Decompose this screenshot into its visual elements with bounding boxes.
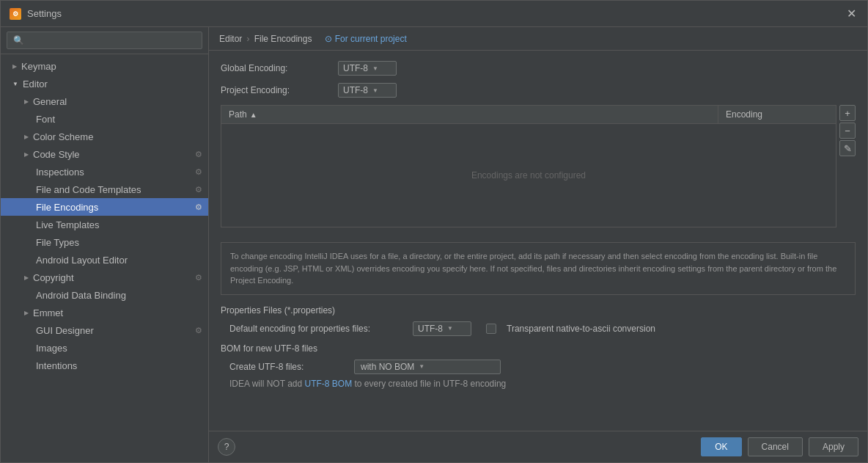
help-button[interactable]: ? xyxy=(218,438,235,456)
apply-button[interactable]: Apply xyxy=(809,437,858,456)
sidebar-item-color-scheme[interactable]: ▶ Color Scheme xyxy=(1,128,208,145)
file-encodings-label: File Encodings xyxy=(36,202,98,213)
editor-arrow-icon: ▼ xyxy=(12,81,18,87)
sidebar-item-editor[interactable]: ▼ Editor xyxy=(1,75,208,92)
inspections-label: Inspections xyxy=(36,167,84,178)
default-encoding-dropdown[interactable]: UTF-8 ▼ xyxy=(413,321,471,336)
default-encoding-value: UTF-8 xyxy=(418,324,443,334)
file-code-templates-label: File and Code Templates xyxy=(36,184,141,195)
sidebar-item-file-types[interactable]: File Types xyxy=(1,233,208,251)
global-encoding-dropdown[interactable]: UTF-8 ▼ xyxy=(338,61,397,76)
color-scheme-arrow-icon: ▶ xyxy=(24,134,29,140)
sidebar: ▶ Keymap ▼ Editor ▶ General xyxy=(1,27,209,462)
code-style-label: Code Style xyxy=(33,149,80,160)
sidebar-item-live-templates[interactable]: Live Templates xyxy=(1,216,208,233)
edit-encoding-button[interactable]: ✎ xyxy=(839,140,856,156)
encoding-header[interactable]: Encoding xyxy=(718,106,836,123)
sidebar-item-general[interactable]: ▶ General xyxy=(1,92,208,110)
sidebar-item-file-encodings[interactable]: File Encodings ⚙ xyxy=(1,198,208,216)
sidebar-item-gui-designer[interactable]: GUI Designer ⚙ xyxy=(1,321,208,339)
action-buttons: OK Cancel Apply xyxy=(701,437,858,456)
file-types-label: File Types xyxy=(36,237,79,248)
bom-section: BOM for new UTF-8 files Create UTF-8 fil… xyxy=(221,343,856,389)
create-utf8-label: Create UTF-8 files: xyxy=(229,362,347,372)
remove-encoding-button[interactable]: − xyxy=(839,123,856,139)
global-encoding-value: UTF-8 xyxy=(343,63,368,73)
utf8-bom-link[interactable]: UTF-8 BOM xyxy=(305,379,353,389)
path-header[interactable]: Path ▲ xyxy=(221,106,718,123)
properties-section: Properties Files (*.properties) Default … xyxy=(221,305,856,336)
main-panel: Editor › File Encodings ⊙ For current pr… xyxy=(209,27,867,462)
sidebar-tree: ▶ Keymap ▼ Editor ▶ General xyxy=(1,54,208,462)
keymap-label: Keymap xyxy=(21,61,56,72)
table-header: Path ▲ Encoding xyxy=(221,106,836,124)
font-label: Font xyxy=(36,114,55,125)
default-encoding-label: Default encoding for properties files: xyxy=(229,324,405,334)
breadcrumb: Editor › File Encodings ⊙ For current pr… xyxy=(209,27,867,51)
color-scheme-label: Color Scheme xyxy=(33,131,93,142)
encodings-table-wrapper: Path ▲ Encoding Encodings are not config… xyxy=(221,105,856,235)
breadcrumb-current: File Encodings xyxy=(254,34,312,44)
properties-section-title: Properties Files (*.properties) xyxy=(221,305,856,316)
sidebar-item-images[interactable]: Images xyxy=(1,339,208,357)
global-encoding-label: Global Encoding: xyxy=(221,63,338,73)
file-encodings-gear-icon: ⚙ xyxy=(195,203,202,212)
sidebar-item-copyright[interactable]: ▶ Copyright ⚙ xyxy=(1,269,208,286)
main-content: ▶ Keymap ▼ Editor ▶ General xyxy=(1,27,867,462)
project-encoding-dropdown[interactable]: UTF-8 ▼ xyxy=(338,83,397,98)
sidebar-item-android-layout-editor[interactable]: Android Layout Editor xyxy=(1,251,208,269)
android-layout-editor-label: Android Layout Editor xyxy=(36,255,128,266)
bom-value: with NO BOM xyxy=(361,362,414,372)
emmet-arrow-icon: ▶ xyxy=(24,310,29,316)
project-encoding-dropdown-arrow: ▼ xyxy=(372,87,378,94)
project-encoding-value: UTF-8 xyxy=(343,85,368,95)
sidebar-item-android-data-binding[interactable]: Android Data Binding xyxy=(1,286,208,304)
sidebar-item-file-code-templates[interactable]: File and Code Templates ⚙ xyxy=(1,181,208,198)
bom-dropdown-arrow: ▼ xyxy=(419,363,424,370)
sidebar-item-code-style[interactable]: ▶ Code Style ⚙ xyxy=(1,145,208,163)
idea-note: IDEA will NOT add UTF-8 BOM to every cre… xyxy=(229,379,856,389)
create-utf8-row: Create UTF-8 files: with NO BOM ▼ xyxy=(221,360,856,374)
breadcrumb-parent: Editor xyxy=(219,34,242,44)
file-code-templates-gear-icon: ⚙ xyxy=(195,185,202,194)
images-label: Images xyxy=(36,343,67,354)
copyright-gear-icon: ⚙ xyxy=(195,273,202,282)
search-input[interactable] xyxy=(7,32,202,49)
add-encoding-button[interactable]: + xyxy=(839,105,856,121)
table-body: Encodings are not configured xyxy=(221,124,836,227)
editor-label: Editor xyxy=(23,79,48,90)
code-style-gear-icon: ⚙ xyxy=(195,150,202,159)
intentions-label: Intentions xyxy=(36,360,77,371)
copyright-label: Copyright xyxy=(33,272,74,283)
copyright-arrow-icon: ▶ xyxy=(24,274,29,281)
emmet-label: Emmet xyxy=(33,307,63,318)
bom-section-title: BOM for new UTF-8 files xyxy=(221,343,856,354)
global-encoding-dropdown-arrow: ▼ xyxy=(372,65,378,72)
bottom-bar: ? OK Cancel Apply xyxy=(209,431,867,462)
window-title: Settings xyxy=(27,8,62,19)
gui-designer-gear-icon: ⚙ xyxy=(195,326,202,335)
project-encoding-row: Project Encoding: UTF-8 ▼ xyxy=(221,83,856,98)
close-button[interactable]: ✕ xyxy=(844,7,858,21)
app-icon: ⚙ xyxy=(10,8,21,20)
bom-dropdown[interactable]: with NO BOM ▼ xyxy=(354,360,501,374)
for-current-project-link[interactable]: ⊙ For current project xyxy=(325,34,406,44)
sidebar-item-keymap[interactable]: ▶ Keymap xyxy=(1,57,208,75)
breadcrumb-separator: › xyxy=(246,33,249,44)
cancel-button[interactable]: Cancel xyxy=(748,437,803,456)
sidebar-item-emmet[interactable]: ▶ Emmet xyxy=(1,304,208,321)
title-bar: ⚙ Settings ✕ xyxy=(1,1,867,27)
transparent-checkbox[interactable] xyxy=(486,324,496,334)
transparent-label: Transparent native-to-ascii conversion xyxy=(507,324,655,334)
android-data-binding-label: Android Data Binding xyxy=(36,290,126,301)
idea-note-suffix: to every created file in UTF-8 encoding xyxy=(355,379,507,389)
ok-button[interactable]: OK xyxy=(701,437,741,456)
sidebar-item-inspections[interactable]: Inspections ⚙ xyxy=(1,163,208,181)
idea-note-prefix: IDEA will NOT add xyxy=(229,379,302,389)
default-encoding-row: Default encoding for properties files: U… xyxy=(221,321,856,336)
sidebar-item-font[interactable]: Font xyxy=(1,110,208,128)
info-text: To change encoding IntelliJ IDEA uses fo… xyxy=(221,242,856,295)
default-encoding-dropdown-arrow: ▼ xyxy=(447,325,453,332)
gui-designer-label: GUI Designer xyxy=(36,325,94,336)
sidebar-item-intentions[interactable]: Intentions xyxy=(1,357,208,374)
